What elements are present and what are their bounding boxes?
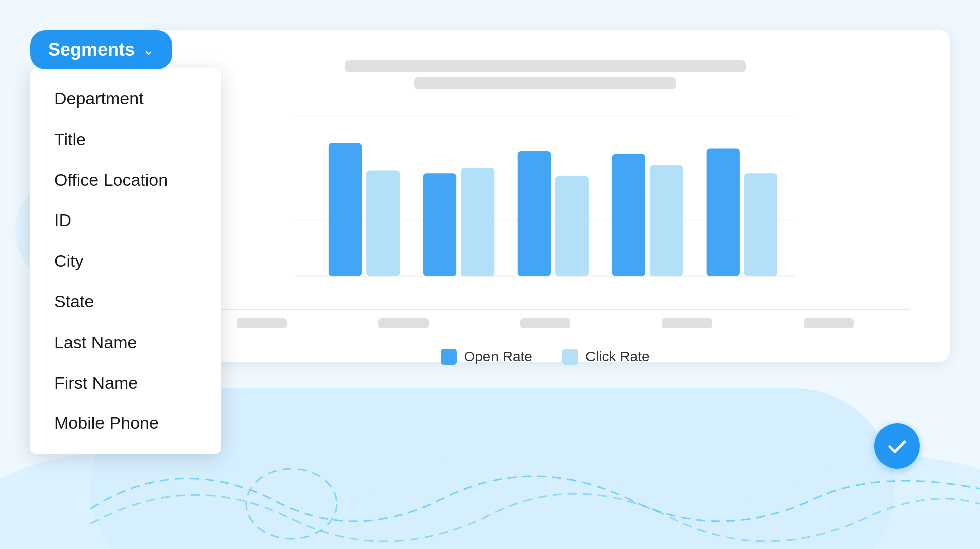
svg-rect-5: [329, 143, 362, 276]
svg-rect-10: [555, 176, 589, 276]
svg-rect-11: [612, 154, 645, 276]
segments-label: Segments: [48, 39, 135, 60]
main-container: Segments ⌄ Department Title Office Locat…: [30, 30, 950, 519]
svg-rect-14: [744, 173, 777, 276]
x-label-1: [237, 318, 287, 328]
dropdown-item-state[interactable]: State: [30, 281, 221, 322]
checkmark-badge: [874, 423, 920, 469]
dropdown-item-id[interactable]: ID: [30, 200, 221, 241]
click-rate-color-swatch: [562, 349, 578, 365]
bar-chart-area: [181, 109, 910, 310]
x-label-3: [520, 318, 570, 328]
dropdown-item-last-name[interactable]: Last Name: [30, 322, 221, 363]
dropdown-item-first-name[interactable]: First Name: [30, 363, 221, 403]
chart-subtitle-skeleton: [414, 77, 676, 89]
svg-rect-7: [423, 173, 456, 276]
legend-open-rate: Open Rate: [441, 349, 532, 365]
x-label-2: [378, 318, 429, 328]
segments-dropdown-button[interactable]: Segments ⌄: [30, 30, 172, 69]
dropdown-item-city[interactable]: City: [30, 241, 221, 281]
chevron-down-icon: ⌄: [143, 42, 154, 58]
open-rate-label: Open Rate: [464, 349, 532, 365]
open-rate-color-swatch: [441, 349, 457, 365]
legend-click-rate: Click Rate: [562, 349, 650, 365]
dropdown-item-office-location[interactable]: Office Location: [30, 160, 221, 200]
dropdown-item-title[interactable]: Title: [30, 119, 221, 160]
segments-dropdown-menu: Department Title Office Location ID City…: [30, 68, 221, 454]
svg-rect-6: [366, 171, 400, 276]
svg-rect-12: [650, 165, 683, 276]
x-axis-labels: [181, 318, 910, 328]
click-rate-label: Click Rate: [585, 349, 650, 365]
dropdown-item-mobile-phone[interactable]: Mobile Phone: [30, 403, 221, 444]
svg-rect-8: [461, 168, 494, 276]
x-label-4: [662, 318, 712, 328]
chart-card: Open Rate Click Rate: [141, 30, 950, 362]
dropdown-item-department[interactable]: Department: [30, 78, 221, 119]
chart-legend: Open Rate Click Rate: [181, 349, 910, 365]
x-label-5: [804, 318, 854, 328]
chart-title-skeleton: [345, 60, 746, 72]
svg-rect-13: [707, 148, 740, 276]
svg-rect-9: [518, 151, 551, 276]
